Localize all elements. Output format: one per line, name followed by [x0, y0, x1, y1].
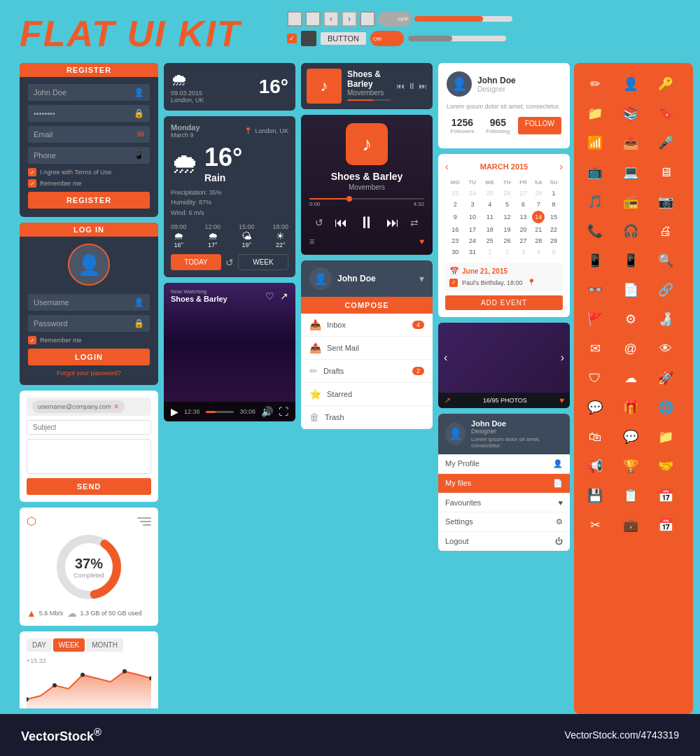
inbox-item-trash[interactable]: 🗑 Trash — [301, 406, 433, 429]
menu-item-settings[interactable]: Settings ⚙ — [438, 512, 570, 532]
cal-next-btn[interactable]: › — [559, 161, 563, 172]
icon-share[interactable]: 📤 — [617, 129, 645, 157]
menu-item-logout[interactable]: Logout ⏻ — [438, 532, 570, 551]
remove-chip[interactable]: × — [114, 402, 119, 412]
icon-print[interactable]: 🖨 — [652, 217, 680, 245]
icon-gear[interactable]: ⚙ — [617, 305, 645, 333]
inbox-item-inbox[interactable]: 📥 Inbox 4 — [301, 314, 433, 337]
prev-full-icon[interactable]: ⏮ — [335, 216, 347, 230]
icon-bookmark[interactable]: 🔖 — [652, 99, 680, 127]
inbox-item-sent[interactable]: 📤 Sent Mail — [301, 337, 433, 360]
arrow-left[interactable]: ‹ — [323, 11, 339, 27]
icon-folder[interactable]: 📁 — [581, 99, 609, 127]
icon-music[interactable]: 🎵 — [581, 188, 609, 216]
heart-icon[interactable]: ♡ — [265, 290, 274, 302]
icon-tv[interactable]: 📺 — [581, 158, 609, 186]
icon-at[interactable]: @ — [617, 335, 645, 363]
menu-item-files[interactable]: My files 📄 — [438, 474, 570, 493]
forgot-password-link[interactable]: Forgot your password? — [28, 370, 150, 377]
icon-monitor[interactable]: 🖥 — [652, 158, 680, 186]
inbox-item-starred[interactable]: ⭐ Starred — [301, 383, 433, 406]
icon-camera[interactable]: 📷 — [652, 188, 680, 216]
icon-cloud[interactable]: ☁ — [617, 364, 645, 392]
slider-2[interactable] — [408, 36, 506, 41]
icon-handshake[interactable]: 🤝 — [652, 452, 680, 480]
square-control-2[interactable] — [305, 11, 321, 27]
music-full-progress[interactable] — [309, 198, 424, 200]
follow-button[interactable]: FOLLOW — [518, 117, 561, 134]
icon-user[interactable]: 👤 — [617, 70, 645, 98]
icon-calendar2[interactable]: 📅 — [652, 511, 680, 539]
icon-mobile[interactable]: 📱 — [617, 246, 645, 274]
repeat-icon[interactable]: ↺ — [315, 217, 323, 228]
gallery-share-icon[interactable]: ↗ — [444, 396, 451, 405]
icon-chat[interactable]: 💬 — [581, 393, 609, 421]
tab-week[interactable]: WEEK — [53, 638, 85, 652]
icon-pencil[interactable]: ✏ — [581, 70, 609, 98]
icon-bubble[interactable]: 💬 — [617, 423, 645, 451]
register-button[interactable]: REGISTER — [28, 192, 150, 209]
gallery-heart-icon[interactable]: ♥ — [559, 396, 564, 405]
icon-search[interactable]: 🔍 — [652, 246, 680, 274]
icon-scissors[interactable]: ✂ — [581, 511, 609, 539]
icon-glasses[interactable]: 👓 — [581, 276, 609, 304]
icon-layers[interactable]: 📚 — [617, 99, 645, 127]
terms-checkbox[interactable]: ✓ — [28, 168, 36, 176]
icon-file-folder[interactable]: 📁 — [652, 423, 680, 451]
icon-bag[interactable]: 🛍 — [581, 423, 609, 451]
prev-icon[interactable]: ⏮ — [396, 81, 405, 91]
icon-wifi[interactable]: 📶 — [581, 129, 609, 157]
button-control[interactable]: BUTTON — [321, 32, 366, 45]
today-btn[interactable]: TODAY — [171, 254, 221, 270]
gallery-prev-arrow[interactable]: ‹ — [444, 351, 447, 364]
volume-icon[interactable]: 🔊 — [261, 406, 273, 417]
email-input[interactable]: Email ✉ — [28, 126, 150, 143]
inbox-item-drafts[interactable]: ✏ Drafts 2 — [301, 360, 433, 383]
square-control-1[interactable] — [287, 11, 302, 27]
slider-1[interactable] — [414, 16, 512, 22]
icon-document[interactable]: 📄 — [617, 276, 645, 304]
menu-item-favourites[interactable]: Favourites ♥ — [438, 493, 570, 512]
menu-item-profile[interactable]: My Profile 👤 — [438, 454, 570, 474]
body-textarea[interactable] — [27, 439, 151, 474]
name-input[interactable]: John Doe 👤 — [28, 84, 150, 101]
menu-icon-music[interactable]: ≡ — [309, 237, 314, 246]
username-input[interactable]: Username 👤 — [28, 294, 150, 311]
icon-key[interactable]: 🔑 — [652, 70, 680, 98]
login-button[interactable]: LOGIN — [28, 349, 150, 365]
share-icon[interactable]: ⬡ — [27, 514, 36, 528]
share-icon-video[interactable]: ↗ — [280, 290, 288, 302]
icon-link[interactable]: 🔗 — [652, 276, 680, 304]
icon-flag[interactable]: 🚩 — [581, 305, 609, 333]
compose-button[interactable]: COMPOSE — [301, 297, 433, 314]
tab-month[interactable]: MONTH — [86, 638, 123, 652]
toggle-off[interactable]: OFF — [378, 11, 412, 27]
icon-briefcase[interactable]: 💼 — [617, 511, 645, 539]
play-pause-icon[interactable]: ⏸ — [407, 81, 416, 91]
video-progress-bar[interactable] — [206, 411, 234, 413]
fullscreen-icon[interactable]: ⛶ — [279, 406, 288, 417]
login-password-input[interactable]: Password 🔒 — [28, 315, 150, 332]
icon-laptop[interactable]: 💻 — [617, 158, 645, 186]
icon-globe[interactable]: 🌐 — [652, 393, 680, 421]
login-remember-checkbox[interactable]: ✓ — [28, 336, 36, 344]
cal-prev-btn[interactable]: ‹ — [445, 161, 449, 172]
week-btn[interactable]: WEEK — [238, 254, 288, 270]
checkbox-checked[interactable]: ✓ — [287, 34, 297, 43]
icon-calendar[interactable]: 📅 — [652, 482, 680, 510]
phone-input[interactable]: Phone 📱 — [28, 147, 150, 164]
refresh-icon[interactable]: ↺ — [225, 254, 234, 270]
tab-day[interactable]: DAY — [27, 638, 52, 652]
icon-shield[interactable]: 🛡 — [581, 364, 609, 392]
next-full-icon[interactable]: ⏭ — [386, 216, 399, 230]
subject-input[interactable] — [27, 420, 151, 435]
inbox-chevron-icon[interactable]: ▾ — [419, 273, 424, 284]
icon-tablet[interactable]: 📱 — [581, 246, 609, 274]
to-input[interactable]: username@company.com × — [27, 398, 151, 416]
toggle-on[interactable]: ON — [370, 31, 404, 46]
icon-mic[interactable]: 🎤 — [652, 129, 680, 157]
square-control-3[interactable] — [360, 11, 375, 27]
shuffle-icon[interactable]: ⇄ — [410, 217, 419, 228]
icon-rocket[interactable]: 🚀 — [652, 364, 680, 392]
add-event-button[interactable]: ADD EVENT — [445, 295, 563, 310]
